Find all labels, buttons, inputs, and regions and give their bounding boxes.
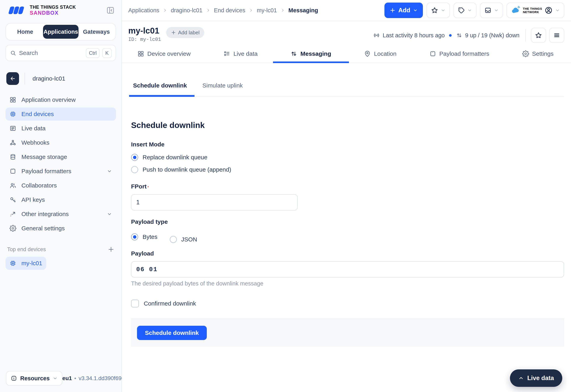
sidebar-item-label: Live data (21, 125, 46, 132)
tab-location[interactable]: Location (364, 45, 396, 63)
resources-button[interactable]: Resources (6, 371, 62, 386)
breadcrumb-device-id[interactable]: my-lc01 (257, 7, 277, 14)
sidebar-item-label: General settings (21, 225, 65, 232)
device-menu-button[interactable] (549, 28, 564, 43)
radio-selected-icon[interactable] (131, 233, 138, 240)
shortcut-ctrl-key: Ctrl (86, 48, 100, 58)
chevron-right-icon (281, 8, 285, 13)
context-divider (25, 73, 25, 85)
radio-unselected-icon[interactable] (131, 166, 138, 173)
notifications-inbox-button[interactable] (480, 2, 503, 18)
tab-device-overview[interactable]: Device overview (137, 45, 190, 63)
starred-entities-button[interactable] (427, 2, 450, 18)
live-data-fab[interactable]: Live data (510, 369, 562, 387)
sidebar-item-label: Webhooks (21, 139, 49, 146)
radio-unselected-icon[interactable] (170, 236, 177, 243)
confirmed-downlink-checkbox-row[interactable]: Confirmed downlink (131, 300, 564, 307)
back-button[interactable] (6, 72, 19, 85)
plus-icon (171, 30, 176, 35)
radio-selected-icon[interactable] (131, 154, 138, 161)
sidebar-spacer (6, 270, 116, 371)
activity-broadcast-icon (373, 32, 380, 39)
breadcrumb: Applications dragino-lc01 End devices my… (128, 7, 318, 14)
schedule-downlink-button[interactable]: Schedule downlink (137, 326, 207, 340)
sidebar-item-webhooks[interactable]: Webhooks (6, 136, 116, 149)
document-lines-icon (10, 125, 16, 132)
sidebar-collapse-button[interactable] (106, 6, 115, 15)
arrows-up-down-icon (456, 32, 462, 39)
tab-live-data[interactable]: Live data (223, 45, 257, 63)
radio-push-downlink-queue[interactable]: Push to downlink queue (append) (131, 166, 564, 173)
radio-bytes[interactable]: Bytes (131, 233, 157, 240)
search-box[interactable]: Ctrl K (6, 45, 116, 61)
sidebar-tab-home[interactable]: Home (7, 25, 43, 39)
sidebar-item-payload-formatters[interactable]: Payload formatters (6, 165, 116, 178)
radio-replace-downlink-queue[interactable]: Replace downlink queue (131, 154, 564, 161)
search-input[interactable] (19, 50, 83, 56)
main-panel: Applications dragino-lc01 End devices my… (122, 0, 571, 392)
tab-label: Payload formatters (439, 50, 489, 57)
key-icon (10, 196, 16, 203)
breadcrumb-end-devices[interactable]: End devices (214, 7, 245, 14)
tab-payload-formatters[interactable]: Payload formatters (429, 45, 489, 63)
brand-logo: THE THINGS STACK SANDBOX (7, 5, 76, 16)
breadcrumb-application-id[interactable]: dragino-lc01 (171, 7, 202, 14)
chevron-down-icon (441, 8, 445, 13)
device-item-label: my-lc01 (21, 260, 42, 267)
ttn-wordmark-line2: NETWORK (523, 10, 539, 14)
device-status-block: Last activity 8 hours ago 9 up / 19 (Nwk… (373, 28, 564, 43)
chevron-right-icon (206, 8, 210, 13)
sidebar-item-other-integrations[interactable]: Other integrations (6, 207, 116, 221)
sidebar-item-message-storage[interactable]: Message storage (6, 150, 116, 163)
breadcrumb-applications[interactable]: Applications (128, 7, 159, 14)
sidebar-item-label: Application overview (21, 96, 75, 103)
sidebar-item-collaborators[interactable]: Collaborators (6, 179, 116, 192)
radio-json[interactable]: JSON (170, 236, 197, 243)
payload-input[interactable] (131, 261, 564, 277)
sidebar: THE THINGS STACK SANDBOX Home Applicatio… (0, 0, 122, 392)
fport-input[interactable] (131, 194, 298, 210)
checkbox-unchecked-icon[interactable] (131, 300, 139, 307)
tab-settings[interactable]: Settings (522, 45, 554, 63)
radio-label: Replace downlink queue (143, 154, 207, 161)
arrow-left-icon (10, 76, 16, 82)
chip-icon (10, 111, 16, 117)
sidebar-tab-gateways[interactable]: Gateways (79, 25, 114, 39)
application-name: dragino-lc01 (32, 75, 65, 82)
sidebar-item-general-settings[interactable]: General settings (6, 222, 116, 235)
device-header: my-lc01 ID: my-lc01 Add label Last activ… (122, 21, 571, 43)
chevron-up-icon (518, 375, 524, 381)
sidebar-item-application-overview[interactable]: Application overview (6, 93, 116, 106)
user-avatar-icon (544, 6, 553, 15)
insert-mode-group: Insert Mode Replace downlink queue Push … (131, 141, 564, 173)
device-tabbar: Device overview Live data Messaging Loca… (122, 45, 571, 63)
network-account-button[interactable]: THE THINGS NETWORK (507, 2, 564, 18)
add-button[interactable]: Add (385, 2, 423, 18)
entity-switcher: Home Applications Gateways (6, 23, 116, 41)
payload-type-group: Payload type Bytes JSON (131, 218, 564, 243)
messaging-subtabs: Schedule downlink Simulate uplink (131, 82, 564, 97)
topbar-actions: Add THE THINGS (385, 2, 564, 18)
tags-button[interactable] (453, 2, 476, 18)
bookmark-device-button[interactable] (531, 28, 546, 43)
sidebar-item-end-devices[interactable]: End devices (6, 107, 116, 121)
sidebar-item-api-keys[interactable]: API keys (6, 193, 116, 206)
payload-type-options: Bytes JSON (131, 231, 564, 243)
map-pin-icon (364, 50, 371, 57)
panel-collapse-icon (106, 6, 115, 15)
chevron-right-icon (249, 8, 253, 13)
add-end-device-button[interactable] (108, 246, 114, 253)
subtab-schedule-downlink[interactable]: Schedule downlink (131, 82, 189, 96)
payload-group: Payload The desired payload bytes of the… (131, 250, 564, 287)
tab-messaging[interactable]: Messaging (290, 45, 331, 63)
breadcrumb-messaging: Messaging (288, 7, 318, 14)
payload-formatter-icon (429, 50, 436, 57)
add-label-button[interactable]: Add label (166, 27, 204, 38)
radio-label: Push to downlink queue (append) (143, 166, 231, 173)
subtab-simulate-uplink[interactable]: Simulate uplink (200, 82, 245, 96)
sidebar-tab-applications[interactable]: Applications (43, 25, 79, 39)
ttn-cloud-icon (511, 6, 520, 15)
cluster-name: eu1 (62, 375, 72, 381)
sidebar-item-live-data[interactable]: Live data (6, 122, 116, 135)
sidebar-device-my-lc01[interactable]: my-lc01 (6, 257, 46, 270)
